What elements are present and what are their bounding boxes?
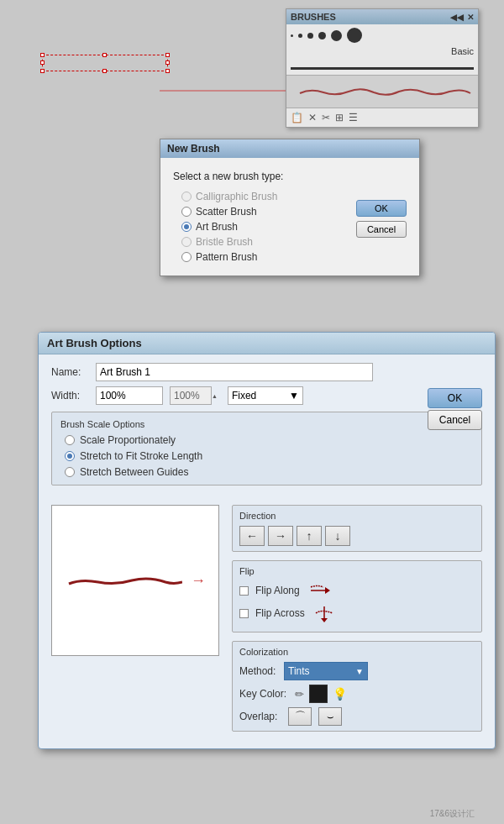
scale-radio-group: Scale Proportionately Stretch to Fit Str… <box>65 434 473 478</box>
brush-preview-stroke <box>65 572 182 589</box>
handle-mr[interactable] <box>165 60 170 65</box>
direction-group: Direction ← → ↑ ↓ <box>232 505 482 552</box>
scale-proportionate-radio[interactable]: Scale Proportionately <box>65 434 473 446</box>
key-color-label: Key Color: <box>239 688 290 700</box>
radio-pattern-label: Pattern Brush <box>196 251 257 263</box>
brushes-preview-area <box>286 75 478 108</box>
preview-direction-arrow: → <box>191 572 206 590</box>
scale-proportionate-circle <box>65 435 75 445</box>
method-label: Method: <box>239 665 277 677</box>
name-label: Name: <box>51 366 89 378</box>
radio-bristle-label: Bristle Brush <box>196 236 253 248</box>
radio-calligraphic-label: Calligraphic Brush <box>196 191 277 202</box>
panel-close-icon[interactable]: ✕ <box>467 13 474 22</box>
art-brush-cancel-button[interactable]: Cancel <box>428 410 482 430</box>
handle-br[interactable] <box>165 69 170 73</box>
handle-bl[interactable] <box>40 69 45 73</box>
name-input[interactable] <box>96 363 373 381</box>
tip-icon[interactable]: 💡 <box>333 687 347 701</box>
width-display: 100% <box>170 386 212 405</box>
stretch-guides-circle <box>65 467 75 477</box>
dir-up-button[interactable]: ↑ <box>297 526 322 546</box>
new-brush-body: Select a new brush type: Calligraphic Br… <box>160 158 419 276</box>
panel-collapse-icon[interactable]: ◀◀ <box>450 13 464 22</box>
handle-ml[interactable] <box>40 60 45 65</box>
key-color-swatch[interactable] <box>309 685 328 703</box>
basic-label: Basic <box>451 46 474 56</box>
right-controls: Direction ← → ↑ ↓ Flip Flip Along <box>232 505 482 732</box>
brushes-stroke-line <box>291 67 474 70</box>
svg-marker-5 <box>321 618 328 622</box>
flip-group: Flip Flip Along Flip Across <box>232 560 482 632</box>
radio-bristle-circle <box>181 237 192 247</box>
scale-proportionate-label: Scale Proportionately <box>80 434 176 446</box>
handle-tm[interactable] <box>102 53 107 57</box>
new-brush-buttons: OK Cancel <box>356 200 407 238</box>
colorization-title: Colorization <box>239 647 475 657</box>
radio-art-label: Art Brush <box>196 221 238 233</box>
brush-dot-3[interactable] <box>307 33 313 39</box>
flip-along-icon <box>307 581 332 600</box>
options-icon[interactable]: ⊞ <box>335 112 344 123</box>
new-brush-dialog: New Brush Select a new brush type: Calli… <box>160 139 420 276</box>
dropdown-arrow-icon: ▼ <box>289 390 299 402</box>
flip-along-row: Flip Along <box>239 581 475 600</box>
delete-brush-icon[interactable]: ✕ <box>308 112 317 123</box>
brushes-wavy-svg <box>293 87 471 97</box>
brush-scale-options-box: Brush Scale Options Scale Proportionatel… <box>51 412 482 485</box>
width-dropdown[interactable]: Fixed ▼ <box>228 386 303 405</box>
radio-bristle[interactable]: Bristle Brush <box>181 236 407 248</box>
edit-brush-icon[interactable]: ✂ <box>322 112 330 123</box>
art-brush-title: Art Brush Options <box>47 337 142 349</box>
menu-icon[interactable]: ☰ <box>349 112 358 123</box>
brush-dot-2[interactable] <box>298 34 302 38</box>
new-brush-prompt: Select a new brush type: <box>173 171 407 182</box>
flip-title: Flip <box>239 566 475 576</box>
new-brush-cancel-button[interactable]: Cancel <box>356 221 407 238</box>
brush-dot-6[interactable] <box>347 28 362 43</box>
overlap-btn-1[interactable]: ⌒ <box>288 707 312 726</box>
new-brush-icon[interactable]: 📋 <box>291 112 303 123</box>
new-brush-title: New Brush <box>167 143 220 155</box>
stretch-fit-circle <box>65 451 75 461</box>
dir-left-button[interactable]: ← <box>239 526 265 546</box>
scale-options-title: Brush Scale Options <box>60 419 473 429</box>
flip-along-checkbox[interactable] <box>239 586 249 596</box>
handle-tl[interactable] <box>40 53 45 57</box>
brushes-dots-row <box>286 24 478 46</box>
art-brush-titlebar: Art Brush Options <box>39 333 495 354</box>
width-input[interactable] <box>96 386 163 405</box>
dir-right-button[interactable]: → <box>268 526 293 546</box>
method-dropdown[interactable]: Tints ▼ <box>284 662 368 680</box>
dir-down-button[interactable]: ↓ <box>325 526 350 546</box>
method-value: Tints <box>288 665 310 677</box>
width-up-arrow[interactable]: ▲ <box>212 393 218 399</box>
radio-scatter-circle <box>181 207 192 217</box>
brushes-panel-controls: ◀◀ ✕ <box>450 13 474 22</box>
art-brush-dialog: Art Brush Options Name: Width: 100% ▲ Fi… <box>38 332 496 749</box>
overlap-row: Overlap: ⌒ ⌣ <box>239 707 475 726</box>
flip-across-icon <box>312 604 337 622</box>
radio-pattern-circle <box>181 252 192 262</box>
art-brush-content: Name: Width: 100% ▲ Fixed ▼ OK Cancel Br… <box>39 354 495 501</box>
stretch-fit-radio[interactable]: Stretch to Fit Stroke Length <box>65 450 473 462</box>
radio-pattern[interactable]: Pattern Brush <box>181 251 407 263</box>
brushes-titlebar: BRUSHES ◀◀ ✕ <box>286 9 478 24</box>
brushes-stroke-row <box>286 58 478 75</box>
brush-dot-5[interactable] <box>331 30 342 41</box>
watermark: 17&6设计汇 <box>430 808 475 820</box>
flip-across-checkbox[interactable] <box>239 609 249 618</box>
stretch-guides-radio[interactable]: Stretch Between Guides <box>65 466 473 478</box>
brush-dot-1[interactable] <box>291 34 293 37</box>
overlap-btn-2[interactable]: ⌣ <box>318 707 342 726</box>
new-brush-ok-button[interactable]: OK <box>356 200 407 217</box>
flip-along-label: Flip Along <box>255 585 300 596</box>
brush-dot-4[interactable] <box>318 32 326 39</box>
handle-bm[interactable] <box>102 69 107 73</box>
handle-tr[interactable] <box>165 53 170 57</box>
stretch-fit-label: Stretch to Fit Stroke Length <box>80 450 202 462</box>
flip-across-row: Flip Across <box>239 604 475 622</box>
eyedropper-icon[interactable]: ✏ <box>295 688 304 701</box>
art-brush-ok-button[interactable]: OK <box>428 388 482 408</box>
lower-section: → Direction ← → ↑ ↓ Flip Flip Along <box>39 501 495 736</box>
